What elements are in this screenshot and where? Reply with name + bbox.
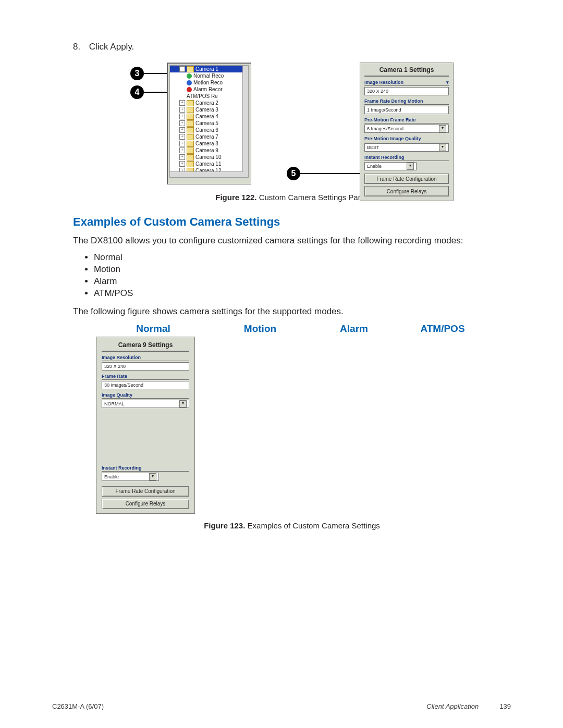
mode-list: Normal Motion Alarm ATM/POS xyxy=(73,252,511,299)
image-resolution-field[interactable]: 320 X 240 xyxy=(364,87,449,95)
vertical-scrollbar[interactable] xyxy=(242,66,248,177)
folder-icon xyxy=(187,161,194,167)
status-dot-icon xyxy=(187,73,192,79)
expand-icon[interactable]: + xyxy=(179,154,185,160)
expand-icon[interactable]: + xyxy=(179,114,185,119)
callout-3-circle: 3 xyxy=(130,67,144,80)
folder-icon xyxy=(187,141,194,147)
tree-label: Camera 10 xyxy=(195,154,221,160)
tree-row[interactable]: +Camera 9 xyxy=(170,147,248,154)
horizontal-scrollbar[interactable] xyxy=(170,171,243,177)
tree-row[interactable]: +Camera 6 xyxy=(170,127,248,133)
mode-headers: Normal Motion Alarm ATM/POS xyxy=(73,323,511,335)
instant-recording-field[interactable]: Enable▾ xyxy=(102,473,159,481)
instant-recording-field[interactable]: Enable▾ xyxy=(364,162,417,170)
callout-4-circle: 4 xyxy=(130,85,144,99)
field-label: Instant Recording xyxy=(102,465,142,471)
frame-rate-motion-field[interactable]: 1 Image/Second xyxy=(364,106,449,114)
chevron-down-icon[interactable]: ▾ xyxy=(179,400,187,408)
figure-123-caption: Figure 123. Examples of Custom Camera Se… xyxy=(73,521,511,530)
tree-label: ATM/POS Re xyxy=(187,93,218,99)
tree-label: Camera 6 xyxy=(195,127,218,133)
tree-label: Camera 4 xyxy=(195,114,218,119)
callout-5-leader xyxy=(300,173,360,174)
camera-tree[interactable]: – Camera 1 Normal Reco Motion Reco Alarm… xyxy=(169,65,249,178)
tree-row[interactable]: +Camera 11 xyxy=(170,161,248,167)
callout-5-circle: 5 xyxy=(287,167,300,180)
page-footer: C2631M-A (6/07) Client Application 139 xyxy=(52,702,511,710)
tree-row[interactable]: +Camera 10 xyxy=(170,154,248,161)
field-label: Pre-Motion Image Quality xyxy=(364,136,421,141)
group-premotion-frame-rate: Pre-Motion Frame Rate 6 Images/Second▾ xyxy=(364,117,449,133)
tree-row-normal[interactable]: Normal Reco xyxy=(170,72,248,79)
tree-row-motion[interactable]: Motion Reco xyxy=(170,79,248,86)
group-image-resolution: Image Resolution▾ 320 X 240 xyxy=(364,80,449,95)
tree-row-atmpos[interactable]: ATM/POS Re xyxy=(170,93,248,100)
step-number: 8. xyxy=(73,42,87,52)
premotion-frame-rate-field[interactable]: 6 Images/Second▾ xyxy=(364,125,449,133)
step-8: 8. Click Apply. xyxy=(73,42,511,52)
footer-page-number: 139 xyxy=(499,702,511,710)
header-atmpos: ATM/POS xyxy=(398,323,487,335)
tree-label: Camera 5 xyxy=(195,120,218,126)
expand-icon[interactable]: + xyxy=(179,161,185,167)
tree-row-selected[interactable]: – Camera 1 xyxy=(170,66,248,72)
frame-rate-config-button[interactable]: Frame Rate Configuration xyxy=(102,486,189,497)
tree-row[interactable]: +Camera 4 xyxy=(170,113,248,120)
camera-settings-panel: Camera 1 Settings Image Resolution▾ 320 … xyxy=(360,63,454,201)
intro-text: The DX8100 allows you to configure custo… xyxy=(73,235,511,247)
configure-relays-button[interactable]: Configure Relays xyxy=(102,499,189,509)
callout-3: 3 xyxy=(130,67,169,80)
tree-row[interactable]: +Camera 3 xyxy=(170,106,248,113)
chevron-down-icon[interactable]: ▾ xyxy=(446,80,449,85)
folder-icon xyxy=(187,66,194,72)
tree-label: Camera 3 xyxy=(195,107,218,113)
frame-rate-config-button[interactable]: Frame Rate Configuration xyxy=(364,174,449,184)
field-value: Enable xyxy=(104,473,119,480)
tree-row[interactable]: +Camera 2 xyxy=(170,100,248,106)
field-label: Pre-Motion Frame Rate xyxy=(364,117,416,122)
expand-icon[interactable]: + xyxy=(179,127,185,133)
chevron-down-icon[interactable]: ▾ xyxy=(407,163,414,170)
folder-icon xyxy=(187,100,194,106)
folder-icon xyxy=(187,127,194,133)
tree-row-alarm[interactable]: Alarm Recor xyxy=(170,86,248,93)
footer-doc-id: C2631M-A (6/07) xyxy=(52,702,104,710)
tree-label: Normal Reco xyxy=(193,73,224,79)
field-value: Enable xyxy=(367,163,382,170)
section-heading: Examples of Custom Camera Settings xyxy=(73,215,511,229)
chevron-down-icon[interactable]: ▾ xyxy=(439,144,446,151)
expand-icon[interactable]: + xyxy=(179,147,185,153)
tree-row[interactable]: +Camera 8 xyxy=(170,140,248,147)
chevron-down-icon[interactable]: ▾ xyxy=(149,473,156,480)
camera-settings-panel-example: Camera 9 Settings Image Resolution 320 X… xyxy=(96,337,195,514)
tree-label: Motion Reco xyxy=(193,80,223,85)
image-resolution-field[interactable]: 320 X 240 xyxy=(102,362,189,371)
field-value: NORMAL xyxy=(104,400,125,408)
field-value: 6 Images/Second xyxy=(367,125,403,132)
image-quality-field[interactable]: NORMAL▾ xyxy=(102,400,189,408)
premotion-quality-field[interactable]: BEST▾ xyxy=(364,143,449,152)
callout-3-leader xyxy=(144,73,169,74)
expand-icon[interactable]: + xyxy=(179,100,185,106)
expand-icon[interactable]: + xyxy=(179,141,185,146)
tree-row[interactable]: +Camera 7 xyxy=(170,133,248,140)
group-frame-rate: Frame Rate 30 Images/Second xyxy=(102,374,189,389)
expand-icon[interactable]: + xyxy=(179,134,185,140)
tree-row[interactable]: +Camera 5 xyxy=(170,120,248,127)
field-label: Image Resolution xyxy=(364,80,403,85)
folder-icon xyxy=(187,147,194,154)
expand-icon[interactable]: + xyxy=(179,120,185,126)
chevron-down-icon[interactable]: ▾ xyxy=(439,125,446,132)
field-label: Frame Rate During Motion xyxy=(364,98,423,104)
list-item: ATM/POS xyxy=(94,288,511,299)
group-instant-recording: Instant Recording Enable▾ xyxy=(102,465,189,481)
configure-relays-button[interactable]: Configure Relays xyxy=(364,186,449,196)
expand-icon[interactable]: + xyxy=(179,107,185,113)
list-item: Alarm xyxy=(94,276,511,287)
frame-rate-field[interactable]: 30 Images/Second xyxy=(102,381,189,389)
collapse-icon[interactable]: – xyxy=(179,66,185,72)
header-motion: Motion xyxy=(211,323,310,335)
folder-icon xyxy=(187,134,194,140)
folder-icon xyxy=(187,114,194,120)
